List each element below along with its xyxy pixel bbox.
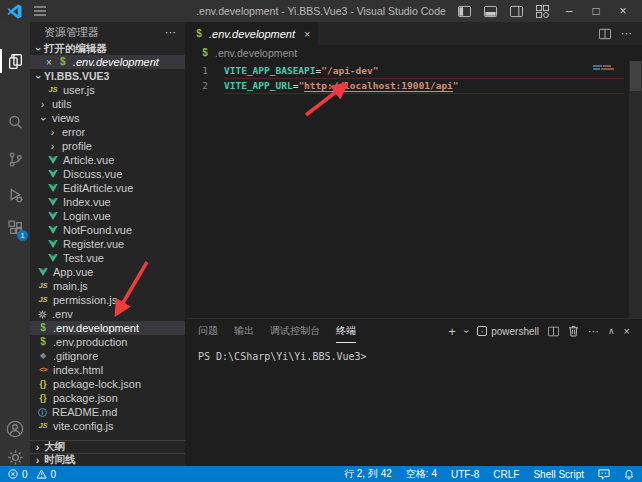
file-label: .env.production [53,336,127,348]
maximize-panel-icon[interactable]: ∧ [608,326,615,336]
vue-icon [48,170,58,178]
breadcrumb[interactable]: $ .env.development [186,45,642,61]
tree-item-package-lock-json[interactable]: {}package-lock.json [30,377,185,391]
panel-tab-1[interactable]: 输出 [234,319,254,343]
toggle-sidebar-icon[interactable] [458,5,471,18]
tree-item-vite-config-js[interactable]: JSvite.config.js [30,419,185,433]
file-label: .gitignore [53,350,98,362]
run-debug-icon[interactable] [0,180,30,210]
tree-item-index-vue[interactable]: Index.vue [30,195,185,209]
close-editor-icon[interactable]: × [46,57,52,68]
customize-layout-icon[interactable] [536,5,549,18]
tree-item-index-html[interactable]: <>index.html [30,363,185,377]
encoding[interactable]: UTF-8 [451,469,479,480]
tree-item-package-json[interactable]: {}package.json [30,391,185,405]
warnings-count[interactable]: 0 [51,469,57,480]
quote: " [453,80,459,91]
tab-env-development[interactable]: $ .env.development × [186,22,318,45]
account-icon[interactable] [0,414,30,444]
indentation[interactable]: 空格: 4 [406,467,437,481]
tab-close-icon[interactable]: × [304,28,310,40]
open-editor-item[interactable]: × $ .env.development [30,55,185,69]
split-terminal-icon[interactable] [548,326,559,337]
toggle-secondary-sidebar-icon[interactable] [510,5,523,18]
editor-tab-bar: $ .env.development × ⋯ [186,22,642,45]
tree-item-notfound-vue[interactable]: NotFound.vue [30,223,185,237]
feedback-icon[interactable] [598,469,610,480]
tree-item-gitignore[interactable]: ◆.gitignore [30,349,185,363]
toggle-panel-icon[interactable] [484,5,497,18]
tree-item-article-vue[interactable]: Article.vue [30,153,185,167]
tree-item-user-js[interactable]: JSuser.js [30,83,185,97]
tree-item-profile[interactable]: ›profile [30,139,185,153]
vue-icon [38,268,48,276]
tree-item-env-development[interactable]: $.env.development [30,321,185,335]
menu-hamburger-icon[interactable] [34,6,46,16]
tree-item-login-vue[interactable]: Login.vue [30,209,185,223]
url-link[interactable]: http://localhost:19001/api [304,80,453,92]
tree-item-utils[interactable]: ›utils [30,97,185,111]
panel-more-actions-icon[interactable]: ⋯ [588,325,599,338]
breadcrumb-filename[interactable]: .env.development [215,47,297,59]
tree-item-permission-js[interactable]: JSpermission.js [30,293,185,307]
extensions-badge: 1 [17,230,28,241]
tree-item-register-vue[interactable]: Register.vue [30,237,185,251]
split-editor-icon[interactable] [599,28,611,40]
editor-scrollbar[interactable] [629,61,642,318]
close-panel-icon[interactable]: × [624,325,630,337]
panel-tab-3[interactable]: 终端 [336,319,356,343]
tree-item-discuss-vue[interactable]: Discuss.vue [30,167,185,181]
tree-item-editarticle-vue[interactable]: EditArticle.vue [30,181,185,195]
panel-tab-bar: 问题输出调试控制台终端 + › › powershell ⋯ ∧ × [186,319,642,343]
terminal-prompt: PS D:\CSharp\Yi\Yi.BBS.Vue3> [198,351,367,362]
env-key: VITE_APP_URL [224,80,293,91]
errors-count[interactable]: 0 [22,469,28,480]
tree-item-app-vue[interactable]: App.vue [30,265,185,279]
kill-terminal-trash-icon[interactable] [568,325,579,337]
code-line-1[interactable]: 1 VITE_APP_BASEAPI="/api-dev" [186,63,642,78]
panel-tab-0[interactable]: 问题 [198,319,218,343]
explorer-icon[interactable] [0,46,30,76]
cursor-position[interactable]: 行 2, 列 42 [344,467,392,481]
file-label: package.json [53,392,118,404]
shell-icon: $ [38,337,48,347]
search-icon[interactable] [0,107,30,137]
tree-item-test-vue[interactable]: Test.vue [30,251,185,265]
tree-item-views[interactable]: ›views [30,111,185,125]
env-value: "/api-dev" [321,65,378,76]
project-root-section[interactable]: › YI.BBS.VUE3 [30,69,185,83]
code-line-2[interactable]: 2 VITE_APP_URL="http://localhost:19001/a… [186,78,642,93]
powershell-button[interactable]: › powershell [477,326,539,337]
panel-tab-2[interactable]: 调试控制台 [270,319,320,343]
json-icon: {} [38,380,48,389]
file-label: App.vue [53,266,93,278]
timeline-section[interactable]: › 时间线 [30,453,185,466]
notifications-bell-icon[interactable] [624,469,634,480]
chevron-right-icon: › [33,455,42,466]
file-label: main.js [53,280,88,292]
terminal-dropdown-icon[interactable]: › [461,329,472,332]
vue-icon [48,240,58,248]
extensions-icon[interactable]: 1 [0,212,30,242]
tree-item-error[interactable]: ›error [30,125,185,139]
tree-item-main-js[interactable]: JSmain.js [30,279,185,293]
maximize-button[interactable]: □ [589,0,603,22]
chevron-down-icon: › [33,45,44,54]
close-button[interactable]: × [616,0,630,22]
tree-item-env-production[interactable]: $.env.production [30,335,185,349]
eol-sequence[interactable]: CRLF [493,469,519,480]
new-terminal-icon[interactable]: + [448,324,456,339]
json-icon: {} [38,394,48,403]
tree-item-readme-md[interactable]: iREADME.md [30,405,185,419]
language-mode[interactable]: Shell Script [533,469,584,480]
minimize-button[interactable]: – [562,0,576,22]
editor-more-actions-icon[interactable]: ⋯ [621,27,632,40]
code-editor[interactable]: 1 VITE_APP_BASEAPI="/api-dev" 2 VITE_APP… [186,61,642,318]
open-editors-section[interactable]: › 打开的编辑器 [30,42,185,55]
tree-item-env[interactable]: .env [30,307,185,321]
source-control-icon[interactable] [0,144,30,174]
terminal-output[interactable]: PS D:\CSharp\Yi\Yi.BBS.Vue3> [186,343,642,466]
outline-section[interactable]: › 大纲 [30,440,185,453]
file-label: .env [52,308,73,320]
sidebar-more-actions-icon[interactable]: ⋯ [165,26,177,39]
